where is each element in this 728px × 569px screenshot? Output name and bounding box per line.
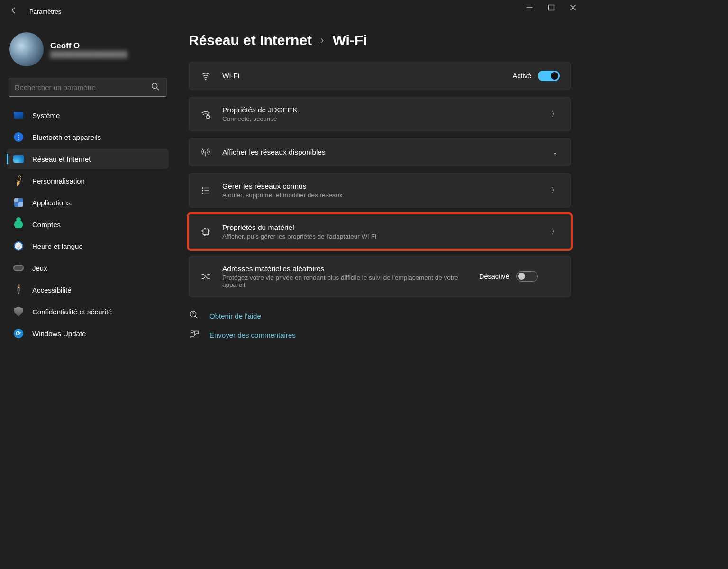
card-show-networks[interactable]: Afficher les réseaux disponibles ⌄	[189, 138, 571, 166]
chip-icon	[200, 227, 212, 237]
sidebar-item-privacy[interactable]: Confidentialité et sécurité	[7, 302, 169, 321]
accessibility-icon: 🕴	[13, 284, 24, 295]
gamepad-icon	[13, 263, 24, 273]
card-wifi-toggle[interactable]: Wi-Fi Activé	[189, 62, 571, 90]
maximize-button[interactable]	[540, 0, 562, 15]
sidebar-item-update[interactable]: ⟳ Windows Update	[7, 323, 169, 343]
card-title: Gérer les réseaux connus	[222, 182, 539, 191]
update-icon: ⟳	[13, 328, 24, 339]
toggle-label: Activé	[513, 72, 532, 80]
wifi-icon	[200, 71, 212, 81]
window-title: Paramètres	[29, 8, 61, 15]
card-title: Propriétés de JDGEEK	[222, 106, 539, 114]
avatar	[9, 32, 44, 66]
chevron-right-icon: ›	[320, 34, 324, 46]
shield-icon	[13, 306, 24, 317]
help-icon: ?	[189, 310, 199, 322]
person-icon	[13, 219, 24, 229]
sidebar-item-label: Confidentialité et sécurité	[32, 308, 112, 316]
search-icon	[150, 82, 161, 93]
svg-point-10	[191, 330, 194, 333]
search-box[interactable]	[9, 78, 167, 97]
breadcrumb-parent[interactable]: Réseau et Internet	[189, 32, 312, 48]
card-title: Afficher les réseaux disponibles	[222, 148, 540, 156]
svg-text:?: ?	[191, 312, 194, 316]
profile[interactable]: Geoff O ████████████████	[7, 28, 169, 75]
svg-point-4	[202, 187, 203, 188]
chevron-right-icon: 〉	[549, 110, 560, 119]
sidebar-item-label: Applications	[32, 199, 71, 207]
help-link-label[interactable]: Envoyer des commentaires	[209, 331, 296, 339]
card-title: Wi-Fi	[222, 72, 502, 80]
help-link-get-help[interactable]: ? Obtenir de l'aide	[189, 310, 571, 322]
clock-icon	[13, 241, 24, 251]
minimize-button[interactable]	[519, 0, 540, 15]
svg-rect-7	[203, 229, 209, 234]
random-mac-toggle[interactable]	[516, 271, 538, 282]
sidebar-item-label: Personnalisation	[32, 177, 85, 185]
profile-name: Geoff O	[50, 41, 127, 51]
card-subtitle: Ajouter, supprimer et modifier des résea…	[222, 192, 539, 199]
monitor-icon	[13, 110, 24, 120]
page-title: Wi-Fi	[332, 32, 367, 48]
sidebar-item-personalization[interactable]: 🖌 Personnalisation	[7, 171, 169, 191]
titlebar: Paramètres	[0, 0, 584, 23]
close-button[interactable]	[562, 0, 584, 15]
sidebar-item-system[interactable]: Système	[7, 105, 169, 125]
chevron-right-icon: 〉	[549, 228, 560, 236]
apps-icon	[13, 197, 24, 208]
sidebar-item-label: Système	[32, 111, 60, 119]
sidebar-item-gaming[interactable]: Jeux	[7, 258, 169, 278]
sidebar-item-label: Bluetooth et appareils	[32, 133, 101, 141]
svg-rect-0	[549, 5, 554, 10]
card-title: Adresses matérielles aléatoires	[222, 265, 469, 273]
brush-icon: 🖌	[13, 175, 24, 186]
shuffle-icon	[200, 271, 212, 282]
card-title: Propriétés du matériel	[222, 223, 539, 232]
back-button[interactable]	[9, 5, 24, 18]
sidebar-item-label: Accessibilité	[32, 286, 72, 294]
svg-point-1	[152, 83, 157, 88]
wifi-toggle[interactable]	[538, 71, 560, 81]
sidebar-item-network[interactable]: Réseau et Internet	[7, 149, 169, 169]
card-subtitle: Connecté, sécurisé	[222, 115, 539, 122]
wifi-icon	[13, 154, 24, 164]
svg-point-5	[202, 190, 203, 191]
sidebar-item-bluetooth[interactable]: ⋮ Bluetooth et appareils	[7, 127, 169, 147]
feedback-icon	[189, 329, 199, 341]
help-link-label[interactable]: Obtenir de l'aide	[209, 312, 261, 320]
sidebar-item-time[interactable]: Heure et langue	[7, 236, 169, 256]
sidebar: Geoff O ████████████████ Système ⋮ Bluet…	[0, 23, 175, 456]
card-subtitle: Afficher, puis gérer les propriétés de l…	[222, 233, 539, 240]
profile-email: ████████████████	[50, 51, 127, 58]
card-known-networks[interactable]: Gérer les réseaux connus Ajouter, suppri…	[189, 173, 571, 208]
sidebar-item-label: Réseau et Internet	[32, 155, 91, 163]
card-subtitle: Protégez votre vie privée en rendant plu…	[222, 274, 469, 288]
help-link-feedback[interactable]: Envoyer des commentaires	[189, 329, 571, 341]
chevron-down-icon: ⌄	[550, 148, 560, 156]
list-icon	[200, 185, 212, 196]
wifi-lock-icon	[200, 109, 212, 119]
antenna-icon	[200, 147, 212, 157]
svg-point-6	[202, 193, 203, 193]
sidebar-item-label: Heure et langue	[32, 242, 83, 250]
card-network-properties[interactable]: Propriétés de JDGEEK Connecté, sécurisé …	[189, 97, 571, 131]
sidebar-item-label: Jeux	[32, 264, 47, 272]
breadcrumb: Réseau et Internet › Wi-Fi	[189, 32, 571, 48]
sidebar-item-label: Windows Update	[32, 330, 86, 338]
search-input[interactable]	[15, 83, 150, 92]
card-hardware-properties[interactable]: Propriétés du matériel Afficher, puis gé…	[189, 214, 571, 249]
sidebar-item-accounts[interactable]: Comptes	[7, 214, 169, 234]
sidebar-item-label: Comptes	[32, 220, 61, 229]
chevron-right-icon: 〉	[549, 186, 560, 195]
svg-point-2	[205, 79, 206, 80]
svg-rect-3	[207, 115, 209, 118]
main-content: Réseau et Internet › Wi-Fi Wi-Fi Activé	[175, 23, 584, 456]
sidebar-item-apps[interactable]: Applications	[7, 193, 169, 212]
sidebar-item-accessibility[interactable]: 🕴 Accessibilité	[7, 280, 169, 300]
bluetooth-icon: ⋮	[13, 132, 24, 142]
toggle-label: Désactivé	[479, 273, 510, 280]
card-random-mac[interactable]: Adresses matérielles aléatoires Protégez…	[189, 256, 571, 297]
